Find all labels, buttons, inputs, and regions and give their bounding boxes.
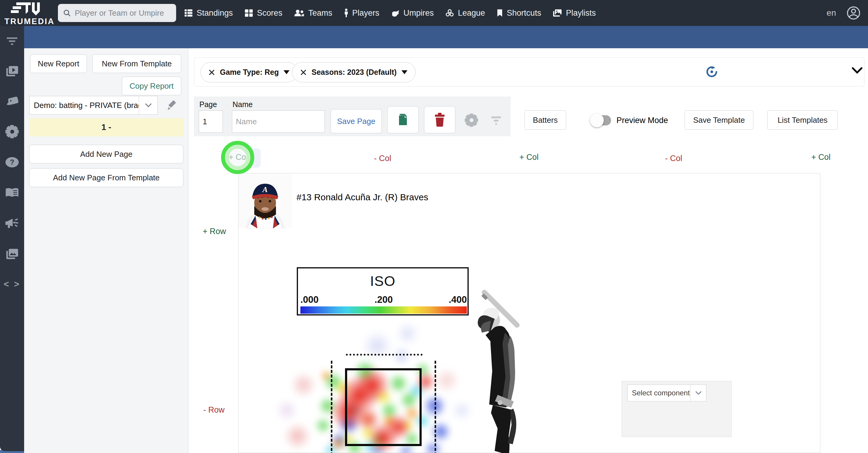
add-new-page-button[interactable]: Add New Page [29, 145, 183, 163]
page-number-input[interactable] [199, 110, 223, 133]
add-col-button-2[interactable]: + Col [519, 153, 539, 162]
copy-page-button[interactable] [387, 106, 418, 133]
remove-row-button[interactable]: - Row [203, 405, 225, 415]
report-panel: New Report New From Template Copy Report… [24, 48, 188, 453]
filter-icon[interactable] [0, 33, 24, 50]
zone-dashed-left [331, 361, 332, 453]
edit-pencil-icon[interactable] [166, 99, 179, 112]
report-select-value: Demo: batting - PRIVATE (brad... [30, 101, 139, 110]
nav-item-teams[interactable]: Teams [294, 8, 332, 18]
flashcards-icon[interactable] [0, 93, 24, 110]
remove-col-button-2[interactable]: - Col [665, 154, 682, 163]
league-icon [445, 9, 454, 17]
app-root: ? < > TRUMEDIA [0, 0, 868, 453]
nav-item-league[interactable]: League [445, 8, 485, 18]
player-photo: A [239, 174, 292, 228]
save-template-button[interactable]: Save Template [685, 110, 753, 130]
page-settings-gear-icon[interactable] [465, 113, 478, 127]
nav-item-players[interactable]: Players [344, 8, 379, 18]
navbar-right: en [827, 0, 861, 26]
filters-toolbar: Game Type: Reg Seasons: 2023 (Default) S… [194, 57, 864, 87]
history-icon[interactable] [705, 64, 719, 79]
new-from-template-button[interactable]: New From Template [92, 54, 181, 73]
chevron-down-icon [139, 96, 157, 114]
add-col-button-3[interactable]: + Col [811, 153, 831, 162]
settings-icon[interactable] [0, 123, 24, 140]
component-panel: Select component [622, 381, 732, 437]
page-name-input[interactable] [232, 110, 325, 133]
legend-gradient-bar [300, 306, 467, 314]
nav-item-umpires[interactable]: Umpires [391, 8, 434, 18]
close-icon[interactable] [300, 69, 307, 76]
page-label: Page [199, 100, 217, 109]
trumedia-logo[interactable]: TRUMEDIA [2, 1, 57, 25]
announcements-icon[interactable] [0, 215, 24, 232]
copy-page-icon [397, 113, 409, 127]
language-selector[interactable]: en [827, 8, 836, 18]
svg-text:?: ? [10, 158, 14, 166]
top-navbar: TRUMEDIA Standings Scores Teams Players [0, 0, 868, 26]
code-icon[interactable]: < > [0, 276, 24, 293]
name-label: Name [232, 100, 253, 109]
collapse-chevron-icon[interactable] [851, 67, 863, 74]
media-library-icon[interactable] [0, 245, 24, 262]
legend-scale-labels: .000 .200 .400 [300, 294, 467, 305]
component-select-placeholder: Select component [628, 389, 690, 397]
new-report-button[interactable]: New Report [30, 54, 87, 73]
batter-silhouette [454, 284, 533, 453]
player-header: #13 Ronald Acuña Jr. (R) Braves [297, 192, 428, 202]
remove-col-button-1[interactable]: - Col [374, 154, 391, 163]
nav-item-playlists[interactable]: Playlists [553, 8, 596, 18]
search-input[interactable] [75, 8, 171, 18]
save-page-button[interactable]: Save Page [331, 109, 382, 133]
nav-item-scores[interactable]: Scores [244, 8, 282, 18]
delete-page-button[interactable] [424, 106, 456, 133]
toggle-knob [590, 113, 604, 127]
scores-icon [244, 9, 253, 17]
page-filter-icon[interactable] [490, 115, 502, 125]
svg-text:A: A [262, 185, 268, 194]
copy-report-button[interactable]: Copy Report [122, 77, 181, 95]
chevron-down-icon [401, 70, 407, 74]
teams-icon [294, 9, 305, 17]
left-icon-rail: ? < > [0, 26, 24, 451]
umpires-icon [391, 9, 400, 17]
filter-chip-seasons[interactable]: Seasons: 2023 (Default) [292, 62, 415, 82]
players-icon [344, 8, 349, 18]
video-library-icon[interactable] [0, 63, 24, 80]
filter-chip-game-type[interactable]: Game Type: Reg [200, 62, 298, 82]
page-list-item[interactable]: 1 - [29, 118, 183, 136]
legend-title: ISO [298, 273, 467, 289]
add-row-button[interactable]: + Row [203, 227, 226, 236]
zone-dashed-right [435, 361, 436, 453]
nav-item-shortcuts[interactable]: Shortcuts [496, 8, 541, 18]
add-new-page-from-template-button[interactable]: Add New Page From Template [29, 168, 183, 187]
nav-item-standings[interactable]: Standings [184, 8, 233, 18]
preview-mode-label: Preview Mode [617, 116, 668, 125]
global-search[interactable] [58, 4, 176, 22]
zone-dotted-top [346, 354, 423, 356]
trash-icon [434, 113, 445, 127]
page-header-band [0, 26, 868, 48]
user-avatar-icon[interactable] [846, 6, 861, 20]
close-icon[interactable] [208, 69, 215, 76]
report-content-card: A #13 Ronald Acuña Jr. (R) Braves ISO .0… [238, 173, 820, 453]
preview-mode-toggle[interactable] [592, 115, 611, 125]
search-icon [63, 8, 71, 18]
batters-button[interactable]: Batters [525, 110, 566, 130]
component-select[interactable]: Select component [627, 385, 706, 401]
chevron-down-icon [690, 385, 706, 401]
list-templates-button[interactable]: List Templates [767, 110, 838, 130]
help-icon[interactable]: ? [0, 154, 24, 171]
shortcuts-icon [496, 9, 503, 17]
docs-icon[interactable] [0, 185, 24, 202]
strike-zone-box [345, 368, 422, 446]
playlists-icon [553, 9, 562, 17]
add-col-button-1[interactable]: + Col [228, 153, 248, 162]
logo-wordmark: TRUMEDIA [2, 17, 57, 26]
chevron-down-icon [283, 70, 289, 74]
page-form: Page Name Save Page [194, 96, 510, 136]
heatmap-legend: ISO .000 .200 .400 [297, 267, 469, 315]
primary-nav: Standings Scores Teams Players Umpires L… [184, 0, 596, 26]
report-select[interactable]: Demo: batting - PRIVATE (brad... [29, 96, 158, 115]
